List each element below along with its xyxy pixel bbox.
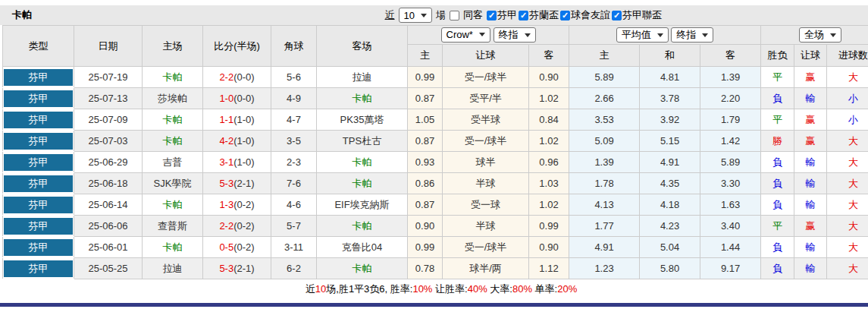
- home-team-cell[interactable]: 卡帕: [143, 109, 203, 131]
- avg-away-cell: 1.39: [700, 67, 761, 88]
- handicap-result-cell: 輸: [794, 152, 827, 173]
- col-header-handicap-result: 让球: [794, 45, 827, 67]
- away-team-cell[interactable]: 卡帕: [317, 258, 408, 279]
- avg-stage-select[interactable]: 终指: [671, 27, 713, 43]
- home-team-cell[interactable]: 查普斯: [143, 216, 203, 237]
- away-team-cell[interactable]: 拉迪: [317, 67, 408, 88]
- score-cell: 4-2(1-0): [203, 131, 271, 152]
- match-count-select[interactable]: 10: [399, 8, 432, 23]
- stats-page: 卡帕 近 10 場 同客 芬甲芬蘭盃球會友誼芬甲聯盃 类型 日期 主场 比分(: [0, 0, 868, 309]
- handicap-result-cell: 輸: [794, 173, 827, 194]
- home-odds-cell: 1.05: [408, 109, 443, 131]
- chevron-down-icon: [657, 33, 663, 37]
- home-team-cell[interactable]: 卡帕: [143, 237, 203, 258]
- score-cell: 5-3(2-1): [203, 258, 271, 279]
- avg-away-cell: 1.44: [700, 237, 761, 258]
- score-cell: 5-3(2-1): [203, 173, 271, 194]
- table-row: 芬甲25-06-29吉普3-1(1-0)2-3卡帕0.93球半0.961.394…: [3, 152, 868, 173]
- avg-home-cell: 4.13: [569, 194, 640, 216]
- corner-cell: 3-11: [271, 237, 317, 258]
- result-cell: 負: [761, 152, 794, 173]
- score-cell: 2-2(0-2): [203, 216, 271, 237]
- avg-home-cell: 4.91: [569, 237, 640, 258]
- away-team-cell[interactable]: 克鲁比04: [317, 237, 408, 258]
- away-team-cell[interactable]: TPS杜古: [317, 131, 408, 152]
- competition-filter: 芬甲聯盃: [612, 8, 662, 22]
- table-row: 芬甲25-06-01卡帕0-5(0-2)3-11克鲁比040.99受一/球半0.…: [3, 237, 868, 258]
- avg-away-cell: 5.89: [700, 152, 761, 173]
- score-halftime: (2-1): [233, 263, 254, 274]
- league-cell: 芬甲: [3, 152, 74, 173]
- goals-cell: 大: [827, 173, 868, 194]
- away-odds-cell: 0.90: [529, 237, 569, 258]
- league-badge: 芬甲: [4, 197, 73, 213]
- home-team-cell[interactable]: 吉普: [143, 152, 203, 173]
- away-team-cell[interactable]: 卡帕: [317, 88, 408, 109]
- handicap-result-cell: 輸: [794, 194, 827, 216]
- checkbox-checked-icon[interactable]: [560, 11, 570, 20]
- result-cell: 平: [761, 67, 794, 88]
- score-fulltime: 1-1: [219, 114, 233, 125]
- result-cell: 平: [761, 109, 794, 131]
- goals-cell: 大: [827, 258, 868, 279]
- handicap-cell: 受一/球半: [443, 67, 529, 88]
- scope-select[interactable]: 全场: [799, 27, 841, 43]
- date-cell: 25-06-06: [74, 216, 143, 237]
- result-cell: 負: [761, 173, 794, 194]
- away-team-cell[interactable]: EIF埃克納斯: [317, 194, 408, 216]
- competition-label: 芬甲聯盃: [622, 8, 662, 22]
- home-team-cell[interactable]: SJK學院: [143, 173, 203, 194]
- corner-cell: 6-2: [271, 258, 317, 279]
- league-badge: 芬甲: [4, 69, 73, 86]
- goals-cell: 大: [827, 237, 868, 258]
- handicap-result-cell: 赢: [794, 109, 827, 131]
- home-team-cell[interactable]: 卡帕: [143, 131, 203, 152]
- date-cell: 25-07-19: [74, 67, 143, 88]
- league-badge: 芬甲: [4, 133, 73, 150]
- handicap-cell: 球半: [443, 152, 529, 173]
- away-team-cell[interactable]: 卡帕: [317, 216, 408, 237]
- match-count-value: 10: [404, 10, 415, 21]
- result-group-header: 全场: [761, 26, 868, 45]
- result-cell: 負: [761, 88, 794, 109]
- odds-stage-select[interactable]: 终指: [494, 27, 536, 43]
- chevron-down-icon: [479, 33, 485, 36]
- checkbox-checked-icon[interactable]: [519, 11, 528, 20]
- avg-away-cell: 1.42: [700, 131, 761, 152]
- table-row: 芬甲25-05-25拉迪5-3(2-1)6-2卡帕0.78球半/两1.121.2…: [3, 258, 868, 279]
- recent-link[interactable]: 近: [385, 8, 395, 22]
- goals-cell: 大: [827, 67, 868, 88]
- checkbox-checked-icon[interactable]: [612, 11, 622, 20]
- summary-segment: 让胜率:: [432, 283, 467, 295]
- title-bar: 卡帕 近 10 場 同客 芬甲芬蘭盃球會友誼芬甲聯盃: [0, 5, 868, 25]
- summary-segment: 10%: [412, 283, 432, 295]
- score-fulltime: 1-0: [219, 93, 233, 104]
- away-team-cell[interactable]: PK35萬塔: [317, 109, 408, 131]
- league-badge: 芬甲: [4, 218, 73, 235]
- avg-draw-cell: 3.92: [640, 109, 700, 131]
- result-cell: 負: [761, 237, 794, 258]
- same-away-checkbox[interactable]: [450, 11, 459, 20]
- avg-away-cell: 9.17: [700, 258, 761, 279]
- date-cell: 25-07-03: [74, 131, 143, 152]
- away-team-cell[interactable]: 卡帕: [317, 152, 408, 173]
- home-team-cell[interactable]: 莎埃帕: [143, 88, 203, 109]
- handicap-cell: 受一/球半: [443, 237, 529, 258]
- score-cell: 1-0(0-0): [203, 88, 271, 109]
- scope-select-value: 全场: [804, 28, 824, 42]
- summary-segment: 20%: [557, 283, 577, 295]
- bookmaker-select[interactable]: Crow*: [441, 27, 490, 43]
- footer-row: 近10场,胜1平3负6, 胜率:10% 让胜率:40% 大率:80% 单率:20…: [3, 279, 868, 300]
- table-row: 芬甲25-06-18SJK學院5-3(2-1)7-6卡帕0.86半球1.031.…: [3, 173, 868, 194]
- avg-away-cell: 3.30: [700, 173, 761, 194]
- table-row: 芬甲25-07-03卡帕4-2(1-0)3-5TPS杜古0.87受一/球半1.0…: [3, 131, 868, 152]
- match-tbody: 芬甲25-07-19卡帕2-2(0-0)5-6拉迪0.99受一/球半0.905.…: [3, 67, 868, 279]
- checkbox-checked-icon[interactable]: [487, 11, 497, 20]
- home-team-cell[interactable]: 卡帕: [143, 67, 203, 88]
- avg-select[interactable]: 平均值: [616, 27, 669, 43]
- away-team-cell[interactable]: 卡帕: [317, 173, 408, 194]
- score-fulltime: 4-2: [219, 135, 233, 147]
- home-odds-cell: 0.87: [408, 131, 443, 152]
- home-team-cell[interactable]: 卡帕: [143, 194, 203, 216]
- home-team-cell[interactable]: 拉迪: [143, 258, 203, 279]
